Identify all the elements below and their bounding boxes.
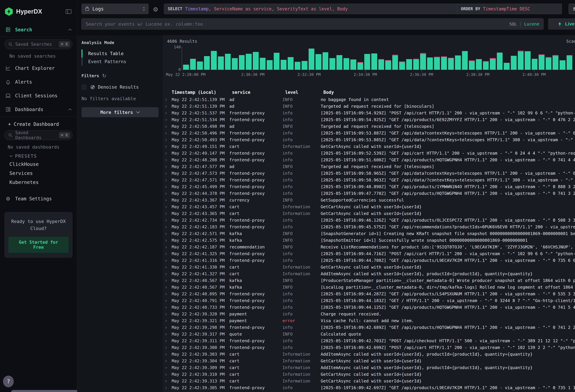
row-expand-icon[interactable]: › [165,244,172,250]
table-row[interactable]: ›May 22 2:42:43.367 PMcurrencyINFOGetSup… [163,197,575,203]
table-row[interactable]: ›May 22 2:42:41.327 PMcartInformationAdd… [163,270,575,277]
table-row[interactable]: ›May 22 2:42:50.493 PMfrontend-proxyinfo… [163,136,575,143]
table-row[interactable]: ›May 22 2:42:43.365 PMcartInformationGet… [163,210,575,217]
table-row[interactable]: ›May 22 2:42:51.534 PMfrontend-proxyinfo… [163,116,575,123]
preset-services[interactable]: Services [0,169,77,178]
row-expand-icon[interactable]: › [165,291,172,297]
order-by-input[interactable]: ORDER BY TimestampTime DESC [457,4,562,14]
row-expand-icon[interactable]: › [165,264,172,270]
table-row[interactable]: ›May 22 2:42:47.577 PMadINFOTargeted ad … [163,163,575,170]
language-sql-toggle[interactable]: SQL [509,22,517,26]
row-expand-icon[interactable]: › [165,211,172,216]
row-expand-icon[interactable]: › [165,338,172,344]
table-row[interactable]: ›May 22 2:42:51.537 PMfrontend-proxyinfo… [163,110,575,116]
query-settings-gear-icon[interactable]: ⚙ [153,6,158,13]
table-row[interactable]: ›May 22 2:42:39.320 PMpaymentinfoCharge … [163,311,575,317]
denoise-results-toggle[interactable]: Denoise Results [81,84,159,90]
col-header-timestamp[interactable]: Timestamp (Local) [172,90,229,95]
table-row[interactable]: ›May 22 2:42:42.187 PMrecommendationINFO… [163,244,575,250]
sidebar-item-client-sessions[interactable]: Client Sessions [0,91,77,100]
row-expand-icon[interactable]: › [165,271,172,277]
row-expand-icon[interactable]: › [165,298,172,303]
table-row[interactable]: ›May 22 2:42:42.575 PMkafkaINFO[Snapshot… [163,237,575,244]
row-expand-icon[interactable]: › [165,224,172,230]
row-expand-icon[interactable]: › [165,204,172,209]
row-expand-icon[interactable]: › [165,137,172,142]
row-expand-icon[interactable]: › [165,171,172,176]
sidebar-item-chart-explorer[interactable]: Chart Explorer [0,63,77,73]
table-row[interactable]: ›May 22 2:42:41.325 PMfrontend-proxyinfo… [163,250,575,257]
preset-clickhouse[interactable]: ClickHouse [0,160,77,169]
table-row[interactable]: ›May 22 2:42:51.139 PMadINFOTargeted ad … [163,103,575,110]
table-row[interactable]: ›May 22 2:42:41.316 PMfrontend-proxyinfo… [163,257,575,264]
col-header-service[interactable]: ⋮service [229,90,283,95]
row-expand-icon[interactable]: › [165,144,172,149]
row-expand-icon[interactable]: › [165,177,172,183]
table-row[interactable]: ›May 22 2:42:42.734 PMfrontend-proxyinfo… [163,217,575,224]
row-expand-icon[interactable]: › [165,351,172,357]
table-row[interactable]: ›May 22 2:42:47.573 PMfrontend-proxyinfo… [163,170,575,177]
table-row[interactable]: ›May 22 2:42:44.378 PMfrontend-proxyinfo… [163,190,575,197]
table-row[interactable]: ›May 22 2:42:39.310 PMcartInformationGet… [163,371,575,378]
row-expand-icon[interactable]: › [165,197,172,203]
language-lucene-toggle[interactable]: Lucene [524,22,539,26]
table-row[interactable]: ›May 22 2:42:50.496 PMfrontend-proxyinfo… [163,130,575,136]
row-expand-icon[interactable]: › [165,385,172,391]
row-expand-icon[interactable]: › [165,325,172,330]
create-dashboard-button[interactable]: + Create Dashboard [0,119,77,129]
table-row[interactable]: ›May 22 2:42:49.147 PMfrontend-proxyinfo… [163,150,575,157]
preset-kubernetes[interactable]: Kubernetes [0,178,77,187]
table-row[interactable]: ›May 22 2:42:39.321 PMpaymenterrorVisa c… [163,317,575,324]
help-button[interactable]: ? [3,376,14,387]
row-expand-icon[interactable]: › [165,311,172,317]
table-row[interactable]: ›May 22 2:42:42.183 PMfrontend-proxyinfo… [163,224,575,230]
row-expand-icon[interactable]: › [165,104,172,109]
row-expand-icon[interactable]: › [165,318,172,323]
row-expand-icon[interactable]: › [165,150,172,156]
row-expand-icon[interactable]: › [165,231,172,236]
results-histogram[interactable] [182,46,572,70]
table-row[interactable]: ›May 22 2:42:39.311 PMfrontend-proxyinfo… [163,337,575,344]
row-expand-icon[interactable]: › [165,130,172,136]
event-search-input[interactable]: Search your events w/ Lucene ex. column:… [81,19,544,29]
table-row[interactable]: ›May 22 2:42:43.457 PMcartInformationGet… [163,203,575,210]
presets-toggle[interactable]: PRESETS [0,151,77,160]
table-row[interactable]: ›May 22 2:42:39.309 PMcartInformationAdd… [163,364,575,371]
sidebar-collapse-icon[interactable] [65,9,72,14]
row-expand-icon[interactable]: › [165,97,172,102]
table-row[interactable]: ›May 22 2:42:49.151 PMcartInformationGet… [163,143,575,150]
table-row[interactable]: ›May 22 2:42:40.791 PMfrontend-proxyinfo… [163,297,575,304]
row-expand-icon[interactable]: › [165,258,172,263]
row-expand-icon[interactable]: › [165,124,172,129]
row-expand-icon[interactable]: › [165,331,172,337]
row-expand-icon[interactable]: › [165,237,172,243]
row-expand-icon[interactable]: › [165,157,172,163]
save-button[interactable]: Save [569,4,575,14]
table-row[interactable]: ›May 22 2:42:42.571 PMkafkaINFO[Snapshot… [163,230,575,237]
sidebar-item-alerts[interactable]: Alerts [0,77,77,87]
table-row[interactable]: ›May 22 2:42:51.139 PMadINFOno baggage f… [163,96,575,103]
source-select[interactable]: Logs [81,4,148,14]
table-row[interactable]: ›May 22 2:42:41.330 PMcartInformationGet… [163,264,575,270]
table-row[interactable]: ›May 22 2:42:39.308 PMfrontend-proxyinfo… [163,344,575,351]
row-expand-icon[interactable]: › [165,251,172,256]
mode-event-patterns[interactable]: Event Patterns [81,57,159,66]
row-expand-icon[interactable]: › [165,304,172,310]
row-expand-icon[interactable]: › [165,371,172,377]
saved-dashboards-input[interactable]: Saved Dashboards ⌘ K [4,130,72,140]
table-row[interactable]: ›May 22 2:42:39.305 PMfrontend-proxyinfo… [163,384,575,391]
refresh-filters-icon[interactable]: ↻ [102,73,106,79]
table-row[interactable]: ›May 22 2:42:39.304 PMcartInformationGet… [163,357,575,364]
row-expand-icon[interactable]: › [165,378,172,384]
get-started-button[interactable]: Get Started for Free [8,237,69,253]
col-header-level[interactable]: ⋮level [283,90,321,95]
table-row[interactable]: ›May 22 2:42:47.571 PMfrontend-proxyinfo… [163,177,575,183]
table-row[interactable]: ›May 22 2:42:39.298 PMfrontend-proxyinfo… [163,324,575,331]
table-row[interactable]: ›May 22 2:42:45.499 PMfrontend-proxyinfo… [163,183,575,190]
more-filters-button[interactable]: More filters [81,107,159,117]
row-expand-icon[interactable]: › [165,365,172,370]
row-expand-icon[interactable]: › [165,217,172,223]
row-expand-icon[interactable]: › [165,345,172,350]
table-row[interactable]: ›May 22 2:42:40.567 PMkafkaINFO[LocalLog… [163,284,575,291]
table-row[interactable]: ›May 22 2:42:40.733 PMfrontend-proxyinfo… [163,304,575,311]
